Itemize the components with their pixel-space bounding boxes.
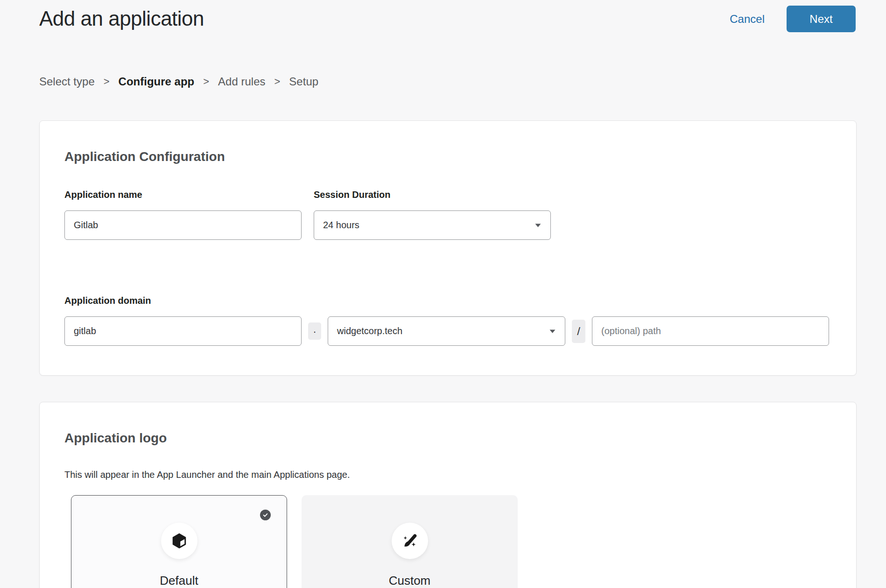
step-configure-app[interactable]: Configure app (119, 75, 195, 88)
application-logo-card: Application logo This will appear in the… (39, 402, 857, 588)
name-duration-row: Application name Session Duration 24 hou… (64, 189, 831, 240)
paintbrush-icon (401, 532, 419, 550)
cancel-button[interactable]: Cancel (730, 13, 765, 26)
logo-option-default[interactable]: Default (71, 495, 287, 588)
cube-icon (170, 532, 188, 550)
application-name-input[interactable] (64, 210, 302, 240)
wizard-steps: Select type > Configure app > Add rules … (39, 75, 886, 88)
path-input[interactable] (592, 316, 829, 346)
page-header: Add an application Cancel Next (0, 0, 886, 32)
default-logo-circle (161, 523, 197, 559)
step-select-type[interactable]: Select type (39, 75, 95, 88)
logo-section-description: This will appear in the App Launcher and… (64, 469, 831, 480)
selected-check-icon (260, 510, 271, 520)
chevron-down-icon (534, 223, 541, 228)
session-duration-value: 24 hours (323, 220, 359, 231)
step-setup[interactable]: Setup (289, 75, 318, 88)
custom-logo-circle (392, 523, 428, 559)
application-configuration-card: Application Configuration Application na… (39, 120, 857, 376)
next-button[interactable]: Next (787, 6, 856, 32)
step-separator: > (203, 76, 209, 88)
logo-option-tiles: Default Custom (71, 495, 831, 588)
application-domain-label: Application domain (64, 295, 831, 306)
application-name-label: Application name (64, 189, 302, 200)
chevron-down-icon (549, 329, 556, 334)
step-add-rules[interactable]: Add rules (218, 75, 265, 88)
domain-select-value: widgetcorp.tech (337, 326, 402, 336)
logo-option-custom[interactable]: Custom (302, 495, 518, 588)
step-separator: > (104, 76, 110, 88)
domain-select[interactable]: widgetcorp.tech (328, 316, 565, 346)
session-duration-label: Session Duration (314, 189, 551, 200)
header-actions: Cancel Next (730, 6, 856, 32)
subdomain-input[interactable] (64, 316, 302, 346)
domain-slash-separator: / (572, 320, 585, 343)
application-name-field-group: Application name (64, 189, 302, 240)
application-domain-row: . widgetcorp.tech / (64, 316, 831, 346)
custom-tile-label: Custom (389, 574, 431, 588)
configuration-section-title: Application Configuration (64, 149, 831, 164)
session-duration-field-group: Session Duration 24 hours (314, 189, 551, 240)
step-separator: > (274, 76, 281, 88)
session-duration-select[interactable]: 24 hours (314, 210, 551, 240)
default-tile-label: Default (160, 574, 198, 588)
logo-section-title: Application logo (64, 430, 831, 446)
domain-dot-separator: . (308, 322, 321, 340)
page-title: Add an application (39, 7, 204, 31)
